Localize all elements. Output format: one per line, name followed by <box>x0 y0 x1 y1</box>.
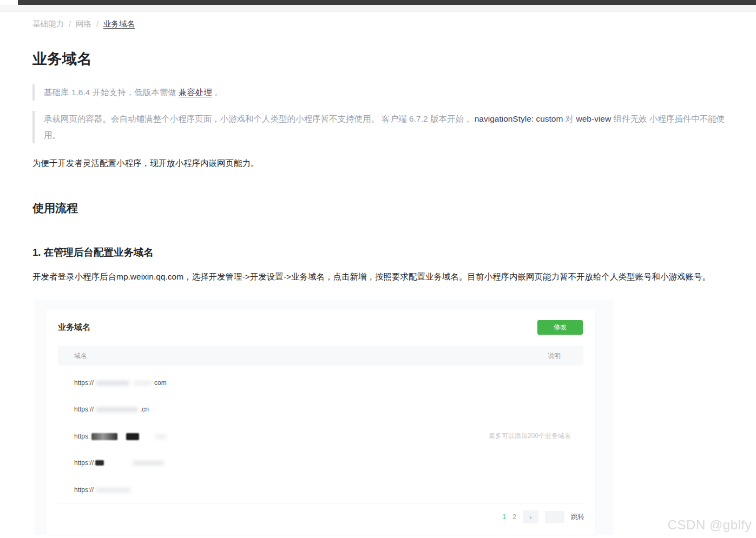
pagination-jump-button[interactable]: 跳转 <box>571 513 584 522</box>
card-title: 业务域名 <box>58 322 90 333</box>
note-text: 。 <box>212 88 223 97</box>
note-text: 基础库 1.6.4 开始支持，低版本需做 <box>44 88 179 97</box>
domain-row: https:// .cn <box>74 405 149 414</box>
masked-domain-segment <box>96 407 138 412</box>
breadcrumb-separator: / <box>69 20 71 29</box>
pagination: 1 2 › 跳转 <box>502 510 584 523</box>
breadcrumb-item-basic-ability[interactable]: 基础能力 <box>32 19 64 29</box>
masked-domain-segment <box>96 381 129 386</box>
domain-row: https:// <box>74 486 133 494</box>
masked-domain-segment <box>155 434 167 439</box>
domain-url-prefix: https:// <box>74 486 94 494</box>
domain-url-prefix: https:// <box>74 406 94 413</box>
page-title: 业务域名 <box>32 49 756 69</box>
modify-button[interactable]: 修改 <box>537 320 583 335</box>
note-text: 承载网页的容器。会自动铺满整个小程序页面，小游戏和个人类型的小程序暂不支持使用。… <box>44 114 475 123</box>
business-domain-card: 业务域名 修改 域名 说明 https:// com https:// .cn … <box>46 309 595 535</box>
breadcrumb-item-business-domain[interactable]: 业务域名 <box>103 19 135 29</box>
navigation-style-code: navigationStyle: custom <box>475 114 563 123</box>
redacted-domain-block <box>126 433 139 440</box>
breadcrumb: 基础能力 / 网络 / 业务域名 <box>32 19 756 29</box>
pagination-jump-input[interactable] <box>545 511 564 523</box>
column-header-domain: 域名 <box>74 351 87 361</box>
step-title-configure-domain: 1. 在管理后台配置业务域名 <box>32 245 756 259</box>
domain-url-suffix: .cn <box>140 406 149 413</box>
section-title-usage-flow: 使用流程 <box>32 201 756 216</box>
web-view-code: web-view <box>576 114 612 123</box>
redacted-domain-block <box>91 433 117 440</box>
domain-url-prefix: https:// <box>74 379 94 387</box>
table-header: 域名 说明 <box>58 346 583 366</box>
masked-domain-segment <box>134 381 152 386</box>
masked-domain-segment <box>133 461 164 466</box>
domain-url-prefix: https:// <box>74 459 94 467</box>
top-strip <box>0 5 756 12</box>
version-support-note: 基础库 1.6.4 开始支持，低版本需做 兼容处理 。 <box>32 84 728 101</box>
note-text: 对 <box>563 114 576 123</box>
domain-url-suffix: com <box>154 379 167 387</box>
redacted-domain-block <box>95 460 104 466</box>
table-bottom-divider <box>58 503 583 503</box>
intro-paragraph: 为便于开发者灵活配置小程序，现开放小程序内嵌网页能力。 <box>32 158 756 169</box>
pagination-page-1[interactable]: 1 <box>502 513 506 521</box>
domain-row: https:// com <box>74 378 167 387</box>
column-header-description: 说明 <box>548 351 561 361</box>
csdn-watermark: CSDN @gblfy <box>668 517 752 533</box>
compatibility-link[interactable]: 兼容处理 <box>179 88 212 97</box>
pagination-next-icon[interactable]: › <box>523 510 538 523</box>
doc-content: 基础能力 / 网络 / 业务域名 业务域名 基础库 1.6.4 开始支持，低版本… <box>0 19 756 535</box>
breadcrumb-separator: / <box>96 20 98 29</box>
domain-row: https:// <box>74 459 166 467</box>
top-scroll-bar <box>0 0 756 5</box>
breadcrumb-item-network[interactable]: 网络 <box>76 19 91 29</box>
admin-console-screenshot: 业务域名 修改 域名 说明 https:// com https:// .cn … <box>34 300 614 535</box>
topbar-notch <box>0 0 18 5</box>
webview-description-note: 承载网页的容器。会自动铺满整个小程序页面，小游戏和个人类型的小程序暂不支持使用。… <box>32 111 728 143</box>
masked-domain-segment <box>96 488 130 493</box>
domain-url-prefix: https: <box>74 433 90 440</box>
step-body-paragraph: 开发者登录小程序后台mp.weixin.qq.com，选择开发管理->开发设置-… <box>32 268 731 285</box>
pagination-page-2[interactable]: 2 <box>512 513 516 521</box>
domain-row: https: <box>74 432 169 441</box>
domain-limit-note: 最多可以添加200个业务域名 <box>489 431 571 441</box>
